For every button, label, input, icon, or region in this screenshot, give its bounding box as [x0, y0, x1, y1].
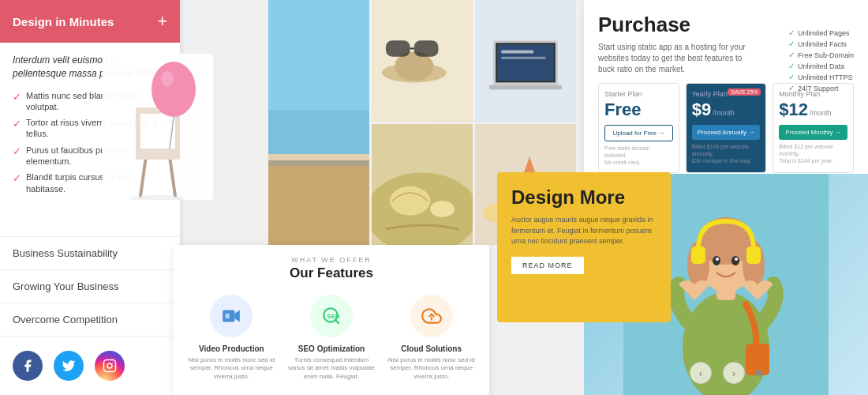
- svg-point-1: [107, 363, 112, 368]
- svg-marker-38: [235, 310, 241, 322]
- plan-note-free: Free static domain included.No credit ca…: [604, 145, 673, 166]
- feature-seo-icon-box: SEO: [304, 292, 359, 340]
- svg-rect-26: [489, 85, 562, 89]
- svg-line-41: [335, 320, 339, 324]
- sidebar-item-business-sustainability[interactable]: Business Sustainability: [0, 237, 180, 270]
- instagram-icon[interactable]: [95, 351, 125, 381]
- facebook-icon[interactable]: [13, 351, 43, 381]
- svg-point-51: [713, 256, 720, 265]
- list-item: Unlimited Facts: [788, 40, 854, 48]
- sidebar-item-growing-business[interactable]: Growing Your Business: [0, 270, 180, 303]
- feature-cloud-icon-box: [404, 292, 459, 340]
- plan-badge-save: SAVE 25%: [728, 88, 761, 96]
- check-icon: ✓: [13, 118, 21, 131]
- list-item: Unlimited HTTPS: [788, 73, 854, 81]
- features-title: Our Features: [186, 265, 477, 281]
- svg-point-52: [731, 256, 739, 265]
- feature-cloud-name: Cloud Solutions: [386, 344, 477, 353]
- mosaic-cell-3: [475, 0, 576, 122]
- features-panel: WHAT WE OFFER Our Features Video Product…: [174, 245, 489, 395]
- feature-video-name: Video Production: [186, 344, 277, 353]
- cloud-icon: [410, 295, 453, 337]
- svg-rect-28: [501, 50, 533, 53]
- sidebar-item-overcome-competition[interactable]: Overcome Competition: [0, 303, 180, 337]
- pricing-card-free: Starter Plan Free Upload for Free → Free…: [598, 83, 679, 173]
- check-icon: ✓: [13, 145, 21, 159]
- feature-video: Video Production Nisl purus in mollis nu…: [186, 292, 277, 381]
- plan-per-monthly: /month: [810, 109, 832, 117]
- plan-note-monthly: Billed $12 per website monthly.Total is …: [779, 143, 847, 164]
- svg-rect-20: [386, 40, 410, 56]
- list-item: Unlimited Data: [788, 62, 854, 70]
- svg-point-54: [735, 258, 738, 261]
- pricing-row: Starter Plan Free Upload for Free → Free…: [598, 83, 854, 173]
- svg-point-33: [430, 201, 455, 216]
- proceed-annually-button[interactable]: Proceed Annually →: [692, 125, 761, 140]
- plan-price-free: Free: [604, 100, 673, 120]
- svg-rect-16: [268, 154, 369, 160]
- feature-seo-name: SEO Optimization: [286, 344, 377, 353]
- feature-video-icon-box: [204, 292, 259, 340]
- feature-cloud: Cloud Solutions Nisl purus in mollis nun…: [386, 292, 477, 381]
- mosaic-cell-2: [372, 0, 473, 122]
- design-more-panel: Design More Auctor augue mauris augue ne…: [497, 172, 671, 322]
- check-icon: ✓: [13, 91, 21, 104]
- feature-seo-desc: Turnis consequat interdum varius sit ame…: [286, 356, 377, 381]
- svg-rect-56: [746, 246, 761, 264]
- svg-text:SEO: SEO: [327, 313, 340, 320]
- svg-rect-27: [497, 44, 554, 81]
- feature-video-desc: Nisl purus in mollis nunc sed id semper.…: [186, 356, 277, 381]
- plan-label-free: Starter Plan: [604, 90, 673, 98]
- design-more-title: Design More: [511, 186, 657, 209]
- feature-seo: SEO SEO Optimization Turnis consequat in…: [286, 292, 377, 381]
- svg-rect-55: [691, 246, 705, 264]
- mosaic-cell-4: [372, 124, 473, 246]
- svg-rect-21: [414, 40, 439, 56]
- list-item: Unlimited Pages: [788, 28, 854, 37]
- purchase-panel: Purchase Start using static app as a hos…: [584, 0, 868, 174]
- seo-icon: SEO: [310, 295, 353, 337]
- purchase-description: Start using static app as a hosting for …: [598, 42, 748, 75]
- sidebar-nav: Business Sustainability Growing Your Bus…: [0, 236, 180, 337]
- svg-point-10: [152, 62, 196, 117]
- plan-price-yearly: $9: [692, 100, 711, 120]
- slider-dot-1[interactable]: [756, 370, 762, 376]
- video-icon: [210, 295, 253, 337]
- sidebar-add-icon[interactable]: +: [157, 11, 167, 32]
- plan-note-yearly: Billed $108 per website annually.$36 che…: [692, 143, 761, 164]
- read-more-button[interactable]: READ MORE: [511, 257, 584, 274]
- proceed-monthly-button[interactable]: Proceed Monthly →: [779, 125, 847, 140]
- plan-per-yearly: /month: [713, 109, 735, 117]
- balloon-illustration: [103, 54, 213, 200]
- svg-rect-6: [136, 149, 180, 160]
- pricing-card-yearly: Yearly Plan SAVE 25% $9 /month Proceed A…: [686, 83, 767, 173]
- svg-point-2: [112, 362, 114, 363]
- svg-point-53: [716, 258, 719, 261]
- svg-point-11: [161, 71, 174, 87]
- feature-cloud-desc: Nisl purus in mollis nunc sed id semper.…: [386, 356, 477, 381]
- slider-prev-button[interactable]: ‹: [690, 362, 712, 384]
- list-item: Free Sub-Domain: [788, 51, 854, 59]
- svg-point-32: [390, 186, 430, 215]
- svg-rect-29: [501, 57, 545, 59]
- plan-label-monthly: Monthly Plan: [779, 90, 847, 98]
- svg-rect-14: [268, 158, 369, 245]
- features-tag: WHAT WE OFFER: [186, 256, 477, 264]
- upload-free-button[interactable]: Upload for Free →: [604, 125, 673, 141]
- slider-next-button[interactable]: ›: [723, 362, 745, 384]
- sidebar-social: [0, 337, 180, 395]
- twitter-icon[interactable]: [54, 351, 84, 381]
- features-grid: Video Production Nisl purus in mollis nu…: [186, 292, 477, 381]
- mosaic-cell-1: [268, 0, 369, 245]
- plan-price-monthly: $12: [779, 100, 808, 120]
- pricing-card-monthly: Monthly Plan $12 /month Proceed Monthly …: [773, 83, 854, 173]
- svg-rect-39: [226, 314, 230, 319]
- sidebar-header[interactable]: Design in Minutes +: [0, 0, 180, 43]
- slider-controls: ‹ ›: [584, 362, 868, 384]
- design-more-desc: Auctor augue mauris augue neque gravida …: [511, 215, 657, 247]
- svg-rect-0: [104, 360, 116, 372]
- check-icon: ✓: [13, 172, 21, 186]
- sidebar-header-title: Design in Minutes: [13, 15, 114, 28]
- svg-rect-7: [136, 109, 140, 152]
